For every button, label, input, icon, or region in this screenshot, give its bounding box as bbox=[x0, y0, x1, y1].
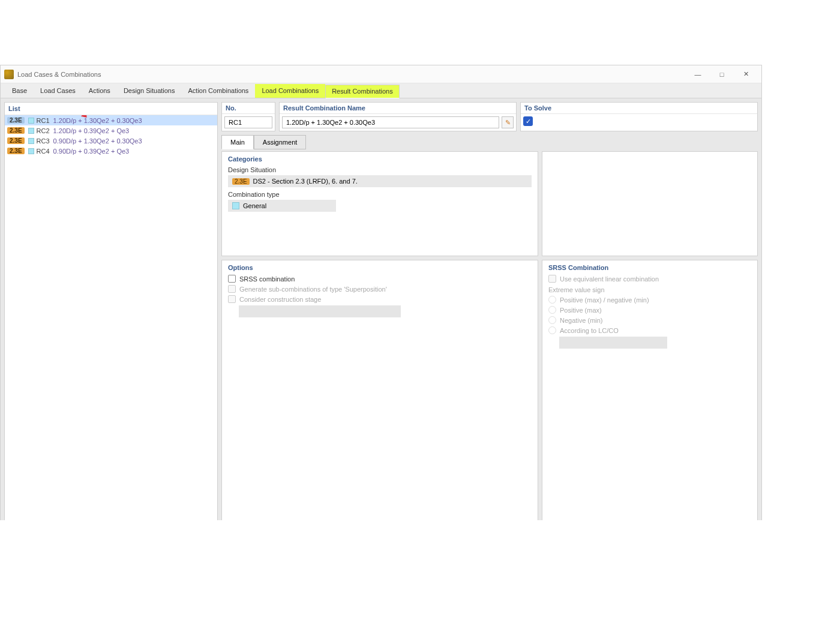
checkbox-icon bbox=[228, 275, 236, 283]
gensub-checkbox-row: Generate sub-combinations of type 'Super… bbox=[228, 285, 532, 293]
solve-field: To Solve ✓ bbox=[520, 102, 758, 131]
window-title: Load Cases & Combinations bbox=[17, 71, 686, 78]
constr-checkbox-row: Consider construction stage bbox=[228, 295, 532, 303]
minimize-button[interactable]: — bbox=[686, 65, 710, 83]
combination-list: 2.3E RC1 1.20D/p + 1.30Qe2 + 0.30Qe3 2.3… bbox=[5, 115, 217, 520]
preview-panel bbox=[542, 151, 758, 256]
color-swatch bbox=[28, 148, 34, 154]
row-badge: 2.3E bbox=[7, 148, 25, 154]
checkbox-icon bbox=[228, 285, 236, 293]
tab-result-combinations[interactable]: Result Combinations bbox=[325, 85, 400, 98]
ds-badge: 2.3E bbox=[232, 178, 250, 185]
useeq-row: Use equivalent linear combination bbox=[548, 275, 751, 283]
tab-actions[interactable]: Actions bbox=[82, 84, 117, 98]
solve-checkbox[interactable]: ✓ bbox=[523, 116, 533, 126]
list-row[interactable]: 2.3E RC2 1.20D/p + 0.39Qe2 + Qe3 bbox=[5, 125, 217, 136]
row-badge: 2.3E bbox=[7, 137, 25, 144]
radio-label: Positive (max) bbox=[560, 307, 602, 314]
radio-label: Negative (min) bbox=[560, 317, 603, 324]
list-row[interactable]: 2.3E RC3 0.90D/p + 1.30Qe2 + 0.30Qe3 bbox=[5, 136, 217, 146]
options-panel: Options SRSS combination Generate sub-co… bbox=[221, 260, 538, 520]
maximize-button[interactable]: □ bbox=[710, 65, 734, 83]
no-label: No. bbox=[222, 103, 275, 114]
row-id: RC4 bbox=[37, 148, 50, 155]
row-badge: 2.3E bbox=[7, 117, 25, 124]
srss-label: SRSS combination bbox=[239, 275, 295, 283]
tab-load-cases[interactable]: Load Cases bbox=[34, 84, 82, 98]
ds-label: Design Situation bbox=[228, 166, 532, 173]
evsign-label: Extreme value sign bbox=[548, 286, 751, 293]
list-header: List bbox=[5, 103, 217, 115]
categories-title: Categories bbox=[228, 155, 532, 163]
row-id: RC3 bbox=[37, 137, 50, 145]
gensub-label: Generate sub-combinations of type 'Super… bbox=[239, 286, 387, 293]
close-button[interactable]: ✕ bbox=[734, 65, 758, 83]
color-swatch bbox=[28, 138, 34, 144]
app-icon bbox=[4, 70, 14, 79]
lcco-field bbox=[559, 337, 667, 349]
panel-grid: Categories Design Situation 2.3E DS2 - S… bbox=[221, 151, 758, 520]
ct-value: General bbox=[243, 202, 266, 209]
srss-title: SRSS Combination bbox=[548, 264, 751, 271]
list-panel: List 2.3E RC1 1.20D/p + 1.30Qe2 + 0.30Qe… bbox=[4, 102, 218, 520]
checkbox-icon bbox=[548, 275, 556, 283]
row-desc: 1.20D/p + 1.30Qe2 + 0.30Qe3 bbox=[53, 117, 142, 124]
tab-design-situations[interactable]: Design Situations bbox=[117, 84, 182, 98]
useeq-label: Use equivalent linear combination bbox=[560, 275, 659, 283]
radio-row: Positive (max) bbox=[548, 306, 751, 314]
main-tabs: Base Load Cases Actions Design Situation… bbox=[1, 83, 761, 98]
radio-icon bbox=[548, 326, 556, 334]
detail-subtabs: Main Assignment bbox=[221, 135, 758, 149]
row-desc: 0.90D/p + 0.39Qe2 + Qe3 bbox=[53, 148, 130, 155]
annotation-arrow-icon bbox=[71, 115, 89, 116]
ct-swatch bbox=[232, 202, 239, 209]
subtab-assignment[interactable]: Assignment bbox=[254, 135, 306, 149]
edit-name-icon[interactable]: ✎ bbox=[502, 116, 514, 128]
color-swatch bbox=[28, 128, 34, 134]
top-fields: No. RC1 Result Combination Name 1.20D/p … bbox=[221, 102, 758, 131]
row-desc: 0.90D/p + 1.30Qe2 + 0.30Qe3 bbox=[53, 137, 142, 145]
srss-checkbox-row[interactable]: SRSS combination bbox=[228, 275, 532, 283]
radio-label: According to LC/CO bbox=[560, 327, 619, 334]
checkbox-icon bbox=[228, 295, 236, 303]
row-desc: 1.20D/p + 0.39Qe2 + Qe3 bbox=[53, 127, 130, 134]
radio-label: Positive (max) / negative (min) bbox=[560, 296, 649, 304]
no-input[interactable]: RC1 bbox=[224, 116, 272, 128]
constr-stage-field bbox=[239, 305, 401, 317]
name-input[interactable]: 1.20D/p + 1.30Qe2 + 0.30Qe3 bbox=[282, 116, 499, 128]
content-area: List 2.3E RC1 1.20D/p + 1.30Qe2 + 0.30Qe… bbox=[1, 98, 761, 520]
no-field: No. RC1 bbox=[221, 102, 275, 131]
name-label: Result Combination Name bbox=[280, 103, 516, 114]
row-id: RC2 bbox=[37, 127, 50, 134]
color-swatch bbox=[28, 118, 34, 124]
row-id: RC1 bbox=[37, 117, 50, 124]
ct-label: Combination type bbox=[228, 191, 532, 198]
options-title: Options bbox=[228, 264, 532, 271]
detail-panel: No. RC1 Result Combination Name 1.20D/p … bbox=[221, 102, 758, 520]
radio-row: Negative (min) bbox=[548, 316, 751, 324]
ds-field[interactable]: 2.3E DS2 - Section 2.3 (LRFD), 6. and 7. bbox=[228, 175, 532, 187]
name-field: Result Combination Name 1.20D/p + 1.30Qe… bbox=[279, 102, 517, 131]
titlebar: Load Cases & Combinations — □ ✕ bbox=[1, 65, 761, 83]
list-row[interactable]: 2.3E RC4 0.90D/p + 0.39Qe2 + Qe3 bbox=[5, 146, 217, 156]
tab-load-combinations[interactable]: Load Combinations bbox=[255, 84, 325, 98]
constr-label: Consider construction stage bbox=[239, 296, 321, 303]
srss-panel: SRSS Combination Use equivalent linear c… bbox=[542, 260, 758, 520]
solve-label: To Solve bbox=[521, 103, 757, 114]
subtab-main[interactable]: Main bbox=[221, 135, 254, 149]
radio-row: Positive (max) / negative (min) bbox=[548, 296, 751, 304]
row-badge: 2.3E bbox=[7, 127, 25, 134]
list-row[interactable]: 2.3E RC1 1.20D/p + 1.30Qe2 + 0.30Qe3 bbox=[5, 115, 217, 125]
radio-icon bbox=[548, 296, 556, 304]
radio-icon bbox=[548, 306, 556, 314]
ds-value: DS2 - Section 2.3 (LRFD), 6. and 7. bbox=[253, 178, 358, 185]
radio-icon bbox=[548, 316, 556, 324]
radio-row: According to LC/CO bbox=[548, 326, 751, 334]
categories-panel: Categories Design Situation 2.3E DS2 - S… bbox=[221, 151, 538, 256]
tab-action-combinations[interactable]: Action Combinations bbox=[181, 84, 255, 98]
ct-field[interactable]: General bbox=[228, 200, 336, 212]
dialog-window: Load Cases & Combinations — □ ✕ Base Loa… bbox=[0, 65, 762, 520]
tab-base[interactable]: Base bbox=[5, 84, 34, 98]
